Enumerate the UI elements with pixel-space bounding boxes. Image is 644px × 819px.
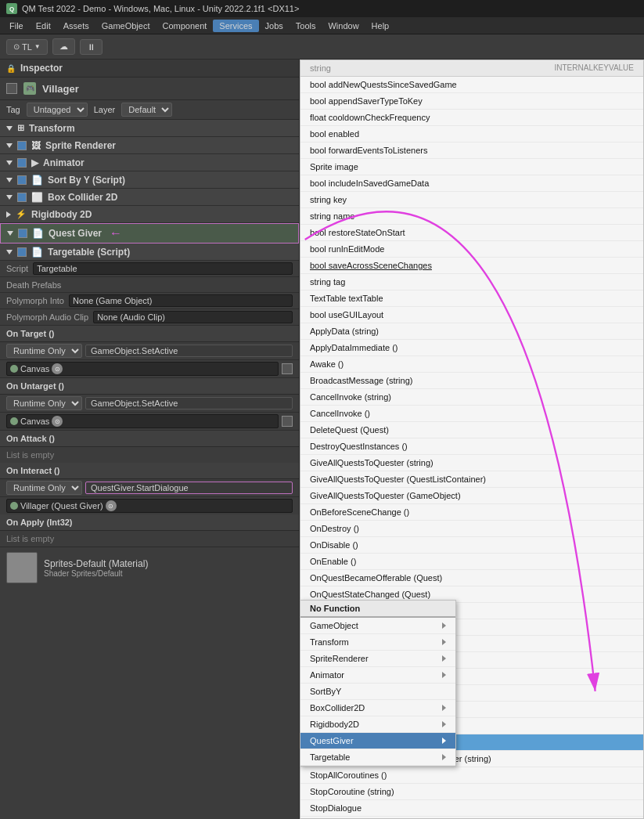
dropdown-item-22[interactable]: DestroyQuestInstances ()	[300, 438, 643, 455]
menu-tools[interactable]: Tools	[290, 20, 322, 32]
pause-button[interactable]: ⏸	[80, 39, 103, 55]
menu-file[interactable]: File	[3, 20, 30, 32]
component-rigidbody[interactable]: ⚡ Rigidbody 2D	[0, 206, 299, 223]
inspector-lock-icon: 🔒	[6, 64, 16, 73]
on-interact-runtime[interactable]: Runtime Only	[6, 481, 82, 495]
sub-item-transform[interactable]: Transform	[300, 634, 455, 651]
title-text: QM Test 2022 - Demo - Windows, Mac, Linu…	[22, 4, 299, 13]
dropdown-item-18[interactable]: BroadcastMessage (string)	[300, 373, 643, 389]
dropdown-item-23[interactable]: GiveAllQuestsToQuester (string)	[300, 455, 643, 471]
sub-item-targetable[interactable]: Targetable	[300, 749, 455, 766]
gameobject-icon: 🎮	[23, 82, 36, 95]
layer-select[interactable]: Default	[121, 103, 172, 117]
dropdown-item-44[interactable]: StopDialogue	[300, 800, 643, 817]
expand-icon	[6, 126, 13, 131]
script-value[interactable]: Targetable	[33, 262, 293, 275]
dropdown-item-4[interactable]: bool forwardEventsToListeners	[300, 143, 643, 159]
dropdown-item-2[interactable]: float cooldownCheckFrequency	[300, 110, 643, 126]
target-select-btn[interactable]: ⊙	[52, 363, 63, 374]
dropdown-item-14[interactable]: bool useGUILayout	[300, 307, 643, 323]
menu-gameobject[interactable]: GameObject	[95, 20, 157, 32]
dropdown-item-16[interactable]: ApplyDataImmediate ()	[300, 340, 643, 356]
dropdown-item-29[interactable]: OnEnable ()	[300, 554, 643, 570]
checkbox-sprite[interactable]	[17, 141, 27, 150]
dropdown-item-24[interactable]: GiveAllQuestsToQuester (QuestListContain…	[300, 471, 643, 488]
on-interact-function[interactable]: QuestGiver.StartDialogue	[85, 482, 293, 494]
dropdown-item-25[interactable]: GiveAllQuestsToQuester (GameObject)	[300, 488, 643, 504]
dropdown-item-6[interactable]: bool includeInSavedGameData	[300, 175, 643, 192]
dropdown-item-0[interactable]: bool addNewQuestsSinceSavedGame	[300, 77, 643, 93]
polymorph-audio-row: Polymorph Audio Clip None (Audio Clip)	[0, 309, 299, 326]
dropdown-item-10[interactable]: bool runInEditMode	[300, 241, 643, 258]
on-target-checkbox[interactable]	[282, 363, 293, 374]
menu-edit[interactable]: Edit	[30, 20, 57, 32]
active-checkbox[interactable]	[6, 83, 17, 94]
untarget-select-btn[interactable]: ⊙	[52, 416, 63, 427]
dropdown-item-17[interactable]: Awake ()	[300, 356, 643, 373]
on-untarget-checkbox[interactable]	[282, 416, 293, 427]
villager-object[interactable]: Villager (Quest Giver) ⊙	[6, 499, 293, 513]
death-prefabs-row: Death Prefabs	[0, 277, 299, 293]
dropdown-item-15[interactable]: ApplyData (string)	[300, 323, 643, 340]
dropdown-item-12[interactable]: string tag	[300, 274, 643, 290]
dropdown-item-27[interactable]: OnDestroy ()	[300, 521, 643, 537]
checkbox-sorty[interactable]	[17, 175, 27, 185]
dropdown-item-43[interactable]: StopCoroutine (string)	[300, 784, 643, 800]
dropdown-item-42[interactable]: StopAllCoroutines ()	[300, 767, 643, 784]
menu-help[interactable]: Help	[365, 20, 396, 32]
menu-window[interactable]: Window	[322, 20, 365, 32]
sub-item-sortbyy[interactable]: SortByY	[300, 684, 455, 700]
menu-services[interactable]: Services	[213, 20, 258, 32]
sub-item-animator[interactable]: Animator	[300, 667, 455, 684]
dropdown-item-19[interactable]: CancelInvoke (string)	[300, 389, 643, 406]
component-box-collider[interactable]: ⬜ Box Collider 2D	[0, 189, 299, 206]
dropdown-item-21[interactable]: DeleteQuest (Quest)	[300, 422, 643, 438]
menu-jobs[interactable]: Jobs	[259, 20, 290, 32]
game-object-header: 🎮 Villager	[0, 78, 299, 100]
dropdown-item-26[interactable]: OnBeforeSceneChange ()	[300, 504, 643, 521]
on-target-object[interactable]: Canvas ⊙	[6, 362, 279, 376]
sub-item-rigidbody[interactable]: Rigidbody2D	[300, 716, 455, 733]
dropdown-item-28[interactable]: OnDisable ()	[300, 537, 643, 554]
polymorph-audio-value[interactable]: None (Audio Clip)	[93, 311, 293, 323]
on-untarget-runtime[interactable]: Runtime Only	[6, 396, 82, 410]
checkbox-collider[interactable]	[17, 193, 27, 202]
on-untarget-object[interactable]: Canvas ⊙	[6, 414, 279, 428]
checkbox-quest[interactable]	[18, 229, 27, 238]
component-transform[interactable]: ⊞ Transform	[0, 120, 299, 137]
polymorph-into-value[interactable]: None (Game Object)	[69, 294, 293, 307]
on-target-runtime[interactable]: Runtime Only	[6, 344, 82, 358]
no-function-item[interactable]: No Function	[300, 601, 455, 618]
checkbox-animator[interactable]	[17, 158, 27, 168]
villager-select-btn[interactable]: ⊙	[106, 500, 117, 511]
dropdown-item-20[interactable]: CancelInvoke ()	[300, 406, 643, 422]
dropdown-item-30[interactable]: OnQuestBecameOfferable (Quest)	[300, 570, 643, 586]
dropdown-item-9[interactable]: bool restoreStateOnStart	[300, 225, 643, 241]
animator-arrow	[442, 672, 446, 678]
dropdown-item-8[interactable]: string name	[300, 208, 643, 225]
dropdown-item-7[interactable]: string key	[300, 192, 643, 208]
targetable-icon: 📄	[31, 247, 43, 258]
cloud-button[interactable]: ☁	[52, 38, 75, 55]
menu-component[interactable]: Component	[156, 20, 213, 32]
component-quest-giver[interactable]: 📄 Quest Giver ←	[0, 223, 299, 244]
dropdown-item-3[interactable]: bool enabled	[300, 126, 643, 143]
sub-item-spriterenderer[interactable]: SpriteRenderer	[300, 651, 455, 667]
sub-item-boxcollider[interactable]: BoxCollider2D	[300, 700, 455, 716]
sub-item-gameobject[interactable]: GameObject	[300, 618, 455, 634]
component-sprite-renderer[interactable]: 🖼 Sprite Renderer	[0, 137, 299, 154]
dropdown-item-5[interactable]: Sprite image	[300, 159, 643, 175]
tag-select[interactable]: Untagged	[27, 103, 88, 117]
sub-item-questgiver[interactable]: QuestGiver	[300, 733, 455, 749]
component-targetable[interactable]: 📄 Targetable (Script)	[0, 244, 299, 261]
on-target-function[interactable]: GameObject.SetActive	[85, 345, 293, 357]
dropdown-item-13[interactable]: TextTable textTable	[300, 290, 643, 307]
dropdown-item-11[interactable]: bool saveAcrossSceneChanges	[300, 258, 643, 274]
checkbox-targetable[interactable]	[17, 247, 27, 257]
component-sort-by-y[interactable]: 📄 Sort By Y (Script)	[0, 171, 299, 189]
menu-assets[interactable]: Assets	[57, 20, 95, 32]
component-animator[interactable]: ▶ Animator	[0, 154, 299, 171]
tl-button[interactable]: ⊙ TL ▼	[6, 39, 48, 55]
dropdown-item-1[interactable]: bool appendSaverTypeToKey	[300, 93, 643, 110]
on-untarget-function[interactable]: GameObject.SetActive	[85, 397, 293, 410]
